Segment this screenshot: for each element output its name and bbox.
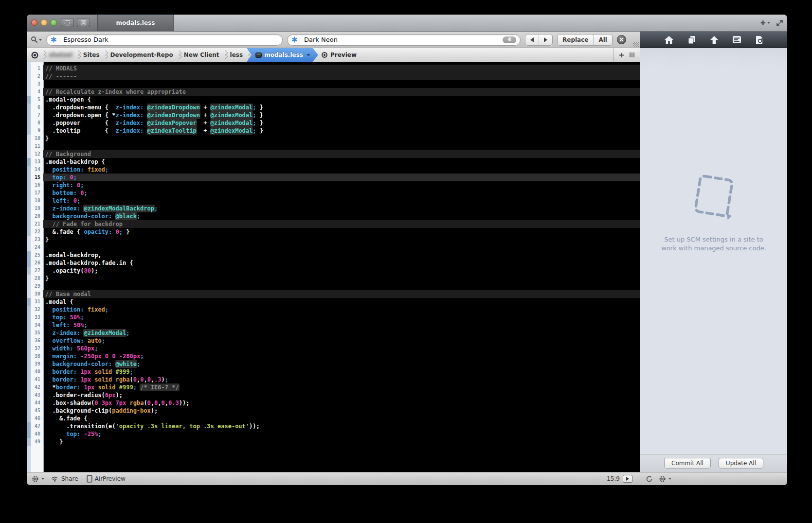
code-line[interactable]: 9 .tooltip { z-index: @zindexTooltip + @… — [27, 127, 640, 135]
code-line[interactable]: 46 &.fade { — [27, 415, 640, 422]
scm-actions-menu[interactable] — [659, 475, 671, 483]
code-line[interactable]: 34 left: 50%; — [27, 321, 640, 329]
line-number: 3 — [31, 80, 43, 88]
code-line[interactable]: 45 .background-clip(padding-box); — [27, 407, 640, 415]
code-line[interactable]: 12// Background — [27, 150, 640, 158]
code-line[interactable]: 16 right: 0; — [27, 181, 640, 189]
share-button[interactable]: Share — [52, 475, 78, 482]
line-number: 6 — [31, 104, 43, 111]
code-line[interactable]: 39 background-color: @white; — [27, 360, 640, 368]
replace-all-button[interactable]: All — [594, 35, 612, 45]
find-field[interactable] — [46, 34, 283, 46]
code-line[interactable]: 43 .border-radius(6px); — [27, 391, 640, 399]
add-column-button[interactable] — [619, 52, 624, 58]
code-line[interactable]: 47 .transition(e('opacity .3s linear, to… — [27, 422, 640, 430]
line-number: 31 — [31, 298, 43, 306]
close-find-bar-button[interactable] — [617, 35, 626, 44]
fullscreen-button[interactable] — [776, 19, 783, 27]
breadcrumb-item-active-file[interactable]: modals.less — [247, 48, 318, 62]
zoom-window-button[interactable] — [51, 19, 57, 26]
replace-field[interactable]: 4 — [287, 34, 521, 46]
code-line[interactable]: 26.modal-backdrop.fade.in { — [27, 259, 640, 267]
code-line[interactable]: 38 margin: -250px 0 0 -280px; — [27, 352, 640, 360]
code-line[interactable]: 41 border: 1px solid rgba(0,0,0,.3); — [27, 376, 640, 384]
code-line[interactable]: 31.modal { — [27, 298, 640, 306]
replace-input[interactable] — [304, 36, 500, 43]
gutter-depth-strip — [27, 205, 31, 212]
code-line[interactable]: 2// ------ — [27, 72, 640, 80]
sidebar-tab-snippets[interactable] — [732, 35, 741, 44]
code-line[interactable]: 44 .box-shadow(0 3px 7px rgba(0,0,0,0.3)… — [27, 399, 640, 407]
breadcrumb-item-development-repo[interactable]: Development-Repo — [108, 52, 175, 58]
resize-grip[interactable] — [633, 42, 639, 47]
drawer-toggle-button[interactable] — [77, 18, 90, 27]
code-line[interactable]: 25.modal-backdrop, — [27, 251, 640, 259]
code-line[interactable]: 21 // Fade for backdrop — [27, 220, 640, 228]
find-input[interactable] — [63, 36, 278, 43]
regex-asterisk-icon — [51, 36, 57, 43]
code-line[interactable]: 17 bottom: 0; — [27, 189, 640, 197]
code-line[interactable]: 14 position: fixed; — [27, 166, 640, 174]
code-line[interactable]: 20 background-color: @black; — [27, 212, 640, 220]
code-line[interactable]: 24 — [27, 244, 640, 251]
document-tab[interactable]: modals.less — [97, 15, 174, 31]
commit-all-button[interactable]: Commit All — [664, 458, 711, 469]
code-line[interactable]: 8 .popover { z-index: @zindexPopover + @… — [27, 119, 640, 127]
code-line[interactable]: 15 top: 0; — [27, 174, 640, 181]
sidebar-tab-home[interactable] — [664, 35, 674, 44]
code-line[interactable]: 48 top: -25%; — [27, 430, 640, 438]
code-line[interactable]: 36 overflow: auto; — [27, 337, 640, 345]
code-line[interactable]: 28} — [27, 275, 640, 282]
run-preview-button[interactable] — [623, 475, 632, 483]
code-line[interactable]: 23} — [27, 236, 640, 244]
scm-refresh-button[interactable] — [646, 475, 653, 483]
code-line[interactable]: 32 position: fixed; — [27, 306, 640, 314]
code-line[interactable]: 33 top: 50%; — [27, 314, 640, 321]
breadcrumb-item-new-client[interactable]: New Client — [182, 52, 221, 58]
code-line[interactable]: 10} — [27, 135, 640, 142]
code-line[interactable]: 4// Recalculate z-index where appropriat… — [27, 88, 640, 96]
code-line[interactable]: 3 — [27, 80, 640, 88]
code-line[interactable]: 35 z-index: @zindexModal; — [27, 329, 640, 337]
code-line[interactable]: 11 — [27, 142, 640, 150]
gutter-depth-strip — [27, 321, 31, 329]
find-next-button[interactable] — [539, 35, 552, 45]
code-line[interactable]: 29 — [27, 282, 640, 290]
gutter-depth-strip — [27, 345, 31, 352]
sidebar-tab-scm[interactable] — [755, 35, 763, 44]
code-line[interactable]: 40 border: 1px solid #999; — [27, 368, 640, 376]
breadcrumb-item-sites[interactable]: Sites — [81, 52, 102, 58]
code-line[interactable]: 42 *border: 1px solid #999; /* IE6-7 */ — [27, 384, 640, 391]
code-line[interactable]: 6 .dropdown-menu { z-index: @zindexDropd… — [27, 104, 640, 111]
code-line[interactable]: 1// MODALS — [27, 65, 640, 72]
code-line[interactable]: 22 &.fade { opacity: 0; } — [27, 228, 640, 236]
minimize-window-button[interactable] — [41, 19, 47, 26]
update-all-button[interactable]: Update All — [719, 458, 763, 469]
code-line[interactable]: 7 .dropdown.open { *z-index: @zindexDrop… — [27, 111, 640, 119]
columns-view-button[interactable] — [629, 52, 635, 58]
breadcrumb-item-less[interactable]: less — [228, 52, 245, 58]
replace-button[interactable]: Replace — [558, 35, 593, 45]
close-window-button[interactable] — [31, 19, 37, 26]
sidebar-tab-files[interactable] — [687, 35, 696, 44]
new-tab-button[interactable] — [759, 19, 770, 26]
code-editor[interactable]: 1// MODALS2// ------34// Recalculate z-i… — [27, 62, 640, 472]
code-line[interactable]: 37 width: 560px; — [27, 345, 640, 352]
find-previous-button[interactable] — [525, 35, 539, 45]
airpreview-button[interactable]: AirPreview — [87, 475, 126, 483]
breadcrumb-item-preview[interactable]: Preview — [321, 52, 357, 58]
search-scope-menu[interactable] — [31, 36, 42, 43]
code-line[interactable]: 30// Base modal — [27, 290, 640, 298]
code-line[interactable]: 49 } — [27, 438, 640, 446]
code-line[interactable]: 13.modal-backdrop { — [27, 158, 640, 166]
code-line[interactable]: 5.modal-open { — [27, 96, 640, 104]
gutter-depth-strip — [27, 282, 31, 290]
workspace-toggle-button[interactable] — [61, 18, 74, 27]
code-line[interactable]: 18 left: 0; — [27, 197, 640, 205]
site-icon[interactable] — [31, 51, 39, 59]
code-line[interactable]: 27 .opacity(80); — [27, 267, 640, 275]
code-line[interactable]: 19 z-index: @zindexModalBackdrop; — [27, 205, 640, 212]
sidebar-tab-publish[interactable] — [710, 35, 719, 44]
breadcrumb-item-shetzel[interactable]: shetzel — [47, 52, 74, 58]
editor-actions-menu[interactable] — [32, 475, 44, 483]
